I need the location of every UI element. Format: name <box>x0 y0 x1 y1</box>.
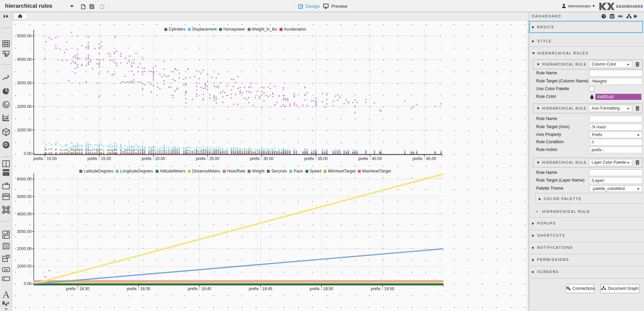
svg-text:prefix - 18:55: prefix - 18:55 <box>371 286 394 291</box>
svg-text:1000.00: 1000.00 <box>17 264 32 269</box>
svg-text:2000.00: 2000.00 <box>17 104 32 109</box>
svg-text:4000.00: 4000.00 <box>17 57 32 62</box>
svg-text:prefix - 45.00: prefix - 45.00 <box>413 156 436 161</box>
svg-text:prefix - 18:45: prefix - 18:45 <box>249 286 272 291</box>
svg-text:prefix - 15.00: prefix - 15.00 <box>87 156 111 161</box>
svg-text:6000.00: 6000.00 <box>17 177 32 182</box>
svg-text:4000.00: 4000.00 <box>17 212 32 217</box>
svg-text:1000.00: 1000.00 <box>17 128 32 132</box>
svg-text:prefix - 30.00: prefix - 30.00 <box>250 156 273 161</box>
svg-text:2000.00: 2000.00 <box>17 246 32 251</box>
svg-text:prefix - 20.00: prefix - 20.00 <box>142 156 165 161</box>
svg-text:3000.00: 3000.00 <box>17 229 32 234</box>
svg-text:prefix - 18:50: prefix - 18:50 <box>310 286 333 291</box>
svg-text:0.00: 0.00 <box>24 281 32 286</box>
svg-text:5000.00: 5000.00 <box>17 194 32 199</box>
svg-text:prefix - 25.00: prefix - 25.00 <box>196 156 219 161</box>
svg-text:0.00: 0.00 <box>24 151 32 156</box>
svg-text:5000.00: 5000.00 <box>17 34 32 38</box>
svg-text:OK: OK <box>4 268 9 272</box>
svg-text:prefix - 18:40: prefix - 18:40 <box>188 286 211 291</box>
svg-text:prefix - 10.00: prefix - 10.00 <box>33 156 57 161</box>
svg-text:prefix - 35.00: prefix - 35.00 <box>304 156 328 161</box>
svg-text:?: ? <box>603 14 605 18</box>
svg-text:prefix - 18:35: prefix - 18:35 <box>127 286 150 291</box>
svg-text:prefix - 40.00: prefix - 40.00 <box>358 156 382 161</box>
svg-text:3000.00: 3000.00 <box>17 81 32 85</box>
svg-text:prefix - 18:30: prefix - 18:30 <box>66 286 89 291</box>
